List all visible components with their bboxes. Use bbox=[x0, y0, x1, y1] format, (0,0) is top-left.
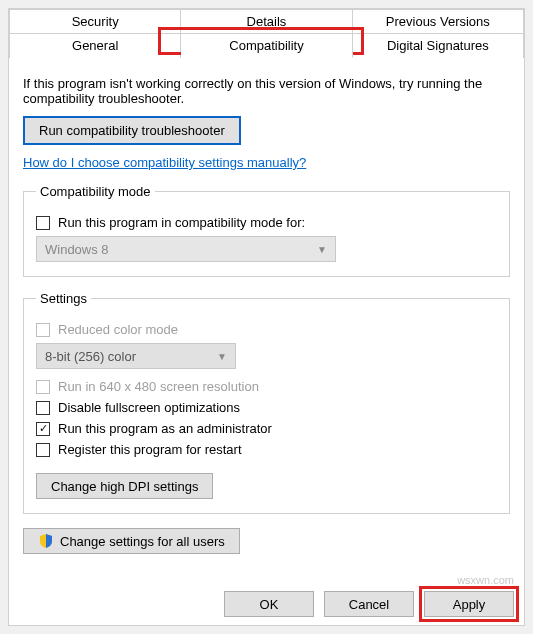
reduced-color-label: Reduced color mode bbox=[58, 322, 178, 337]
change-dpi-button[interactable]: Change high DPI settings bbox=[36, 473, 213, 499]
tab-compatibility[interactable]: Compatibility bbox=[181, 33, 352, 58]
run-as-admin-label: Run this program as an administrator bbox=[58, 421, 272, 436]
run-as-admin-checkbox[interactable] bbox=[36, 422, 50, 436]
settings-legend: Settings bbox=[36, 291, 91, 306]
run-troubleshooter-button[interactable]: Run compatibility troubleshooter bbox=[23, 116, 241, 145]
compat-mode-checkbox[interactable] bbox=[36, 216, 50, 230]
tab-strip: Security Details Previous Versions Gener… bbox=[9, 9, 524, 58]
register-restart-label: Register this program for restart bbox=[58, 442, 242, 457]
disable-fullscreen-checkbox[interactable] bbox=[36, 401, 50, 415]
color-mode-combo-value: 8-bit (256) color bbox=[45, 349, 136, 364]
compat-mode-label: Run this program in compatibility mode f… bbox=[58, 215, 305, 230]
tab-details[interactable]: Details bbox=[181, 9, 352, 33]
chevron-down-icon: ▼ bbox=[217, 351, 227, 362]
low-res-checkbox[interactable] bbox=[36, 380, 50, 394]
tab-content: If this program isn't working correctly … bbox=[9, 58, 524, 554]
apply-button[interactable]: Apply bbox=[424, 591, 514, 617]
tab-digital-signatures[interactable]: Digital Signatures bbox=[353, 33, 524, 58]
color-mode-combo[interactable]: 8-bit (256) color ▼ bbox=[36, 343, 236, 369]
low-res-label: Run in 640 x 480 screen resolution bbox=[58, 379, 259, 394]
ok-button[interactable]: OK bbox=[224, 591, 314, 617]
compat-mode-combo-value: Windows 8 bbox=[45, 242, 109, 257]
properties-dialog: Security Details Previous Versions Gener… bbox=[8, 8, 525, 626]
cancel-button[interactable]: Cancel bbox=[324, 591, 414, 617]
change-all-users-label: Change settings for all users bbox=[60, 534, 225, 549]
tab-general[interactable]: General bbox=[9, 33, 181, 58]
change-all-users-button[interactable]: Change settings for all users bbox=[23, 528, 240, 554]
watermark-text: wsxwn.com bbox=[457, 574, 514, 586]
dialog-button-row: OK Cancel Apply bbox=[224, 591, 514, 617]
compat-mode-combo[interactable]: Windows 8 ▼ bbox=[36, 236, 336, 262]
chevron-down-icon: ▼ bbox=[317, 244, 327, 255]
change-dpi-label: Change high DPI settings bbox=[51, 479, 198, 494]
disable-fullscreen-label: Disable fullscreen optimizations bbox=[58, 400, 240, 415]
compatibility-mode-legend: Compatibility mode bbox=[36, 184, 155, 199]
settings-group: Settings Reduced color mode 8-bit (256) … bbox=[23, 291, 510, 514]
tab-previous-versions[interactable]: Previous Versions bbox=[353, 9, 524, 33]
description-text: If this program isn't working correctly … bbox=[23, 76, 510, 106]
compatibility-mode-group: Compatibility mode Run this program in c… bbox=[23, 184, 510, 277]
reduced-color-checkbox[interactable] bbox=[36, 323, 50, 337]
tab-security[interactable]: Security bbox=[9, 9, 181, 33]
register-restart-checkbox[interactable] bbox=[36, 443, 50, 457]
manual-settings-link[interactable]: How do I choose compatibility settings m… bbox=[23, 155, 306, 170]
shield-icon bbox=[38, 533, 54, 549]
